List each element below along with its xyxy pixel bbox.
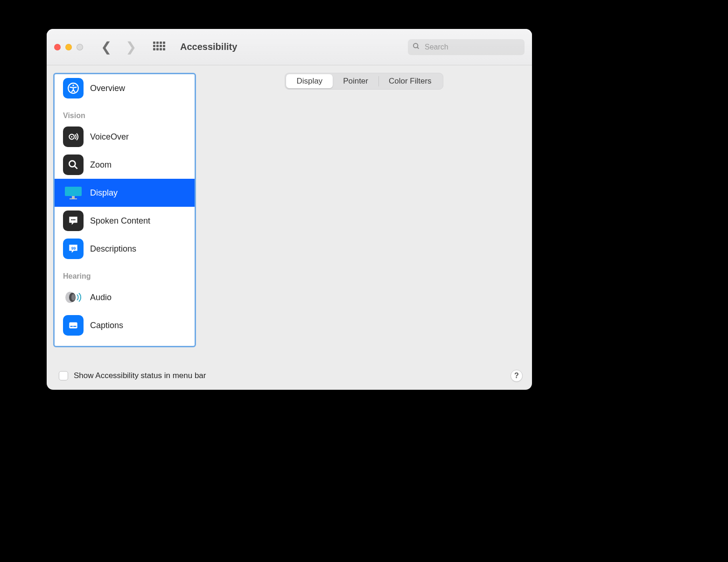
option-label: Reduce motion bbox=[234, 146, 287, 155]
svg-point-11 bbox=[71, 219, 72, 220]
checkbox-reduce-motion[interactable] bbox=[219, 146, 228, 155]
svg-point-17 bbox=[71, 294, 75, 301]
sidebar-item-label: VoiceOver bbox=[90, 132, 129, 142]
svg-rect-20 bbox=[73, 326, 77, 327]
search-input[interactable] bbox=[424, 42, 520, 52]
svg-line-7 bbox=[75, 166, 77, 169]
option-label: Show window title icons bbox=[234, 192, 318, 202]
sidebar-item-zoom[interactable]: Zoom bbox=[55, 151, 195, 179]
tab-pointer[interactable]: Pointer bbox=[333, 74, 378, 88]
menu-bar-size-select[interactable]: Default bbox=[278, 226, 385, 240]
sidebar-item-label: Display bbox=[90, 188, 118, 198]
display-icon bbox=[63, 183, 84, 203]
sidebar-item-label: Descriptions bbox=[90, 244, 136, 254]
minimize-window-button[interactable] bbox=[65, 44, 72, 50]
sidebar-item-voiceover[interactable]: VoiceOver bbox=[55, 123, 195, 151]
svg-point-3 bbox=[72, 84, 74, 86]
display-options-panel: Invert colors Classic Invert Reduce moti… bbox=[204, 84, 524, 357]
sidebar-item-label: Audio bbox=[90, 293, 112, 302]
slider-max-label: Maximum bbox=[479, 265, 509, 273]
accessibility-preferences-window: ❮ ❯ Accessibility Overview bbox=[47, 29, 532, 390]
sidebar-item-captions[interactable]: Captions bbox=[55, 311, 195, 339]
close-window-button[interactable] bbox=[54, 44, 61, 50]
slider-knob[interactable] bbox=[280, 255, 288, 264]
option-reduce-transparency[interactable]: Reduce transparency bbox=[219, 169, 509, 178]
voiceover-icon bbox=[63, 126, 84, 147]
option-label: Invert colors bbox=[234, 122, 277, 132]
sidebar-item-label: Spoken Content bbox=[90, 216, 150, 226]
window-footer: Show Accessibility status in menu bar ? bbox=[47, 362, 532, 390]
audio-icon bbox=[63, 289, 84, 305]
menu-bar-size-value: Default bbox=[283, 229, 374, 238]
svg-line-1 bbox=[417, 47, 419, 49]
sidebar-item-overview[interactable]: Overview bbox=[55, 74, 195, 102]
select-stepper-icon bbox=[374, 227, 385, 240]
option-label: Show toolbar button shapes bbox=[234, 204, 332, 213]
main-content: Display Pointer Color Filters Invert col… bbox=[204, 73, 524, 357]
option-label: Classic Invert bbox=[248, 134, 295, 143]
tab-display[interactable]: Display bbox=[286, 74, 333, 88]
slider-min-label: Normal bbox=[284, 265, 307, 273]
option-label: Reduce transparency bbox=[234, 169, 309, 178]
footer-label: Show Accessibility status in menu bar bbox=[74, 371, 206, 380]
svg-point-0 bbox=[413, 43, 418, 48]
sidebar-item-label: Overview bbox=[90, 84, 125, 93]
tab-color-filters[interactable]: Color Filters bbox=[378, 74, 442, 88]
svg-point-13 bbox=[74, 219, 76, 220]
window-title: Accessibility bbox=[180, 42, 237, 52]
captions-icon bbox=[63, 315, 84, 336]
svg-text:99: 99 bbox=[71, 246, 76, 251]
option-show-window-title-icons[interactable]: Show window title icons bbox=[219, 192, 509, 202]
svg-point-5 bbox=[71, 136, 72, 137]
window-toolbar: ❮ ❯ Accessibility bbox=[47, 29, 532, 65]
option-show-accessibility-status[interactable]: Show Accessibility status in menu bar bbox=[59, 371, 206, 380]
menu-bar-size-row: Menu bar size: Default bbox=[219, 226, 509, 240]
back-button[interactable]: ❮ bbox=[101, 41, 112, 54]
checkbox-show-accessibility-status[interactable] bbox=[59, 371, 68, 380]
option-invert-colors[interactable]: Invert colors bbox=[219, 122, 509, 132]
checkbox-classic-invert[interactable] bbox=[233, 134, 242, 143]
overview-icon bbox=[63, 78, 84, 98]
spoken-content-icon bbox=[63, 211, 84, 231]
display-contrast-row: Display contrast: Normal Maximum bbox=[219, 254, 509, 273]
svg-rect-18 bbox=[69, 323, 77, 329]
checkbox-reduce-transparency[interactable] bbox=[219, 169, 228, 178]
option-classic-invert[interactable]: Classic Invert bbox=[233, 134, 509, 143]
menu-bar-size-label: Menu bar size: bbox=[219, 229, 271, 238]
checkbox-differentiate-without-color[interactable] bbox=[219, 181, 228, 190]
checkbox-show-toolbar-button-shapes[interactable] bbox=[219, 204, 228, 213]
descriptions-icon: 99 bbox=[63, 239, 84, 259]
option-show-toolbar-button-shapes[interactable]: Show toolbar button shapes bbox=[219, 204, 509, 213]
nav-arrows: ❮ ❯ bbox=[101, 41, 136, 54]
sidebar-item-display[interactable]: Display bbox=[55, 179, 195, 207]
checkbox-show-window-title-icons[interactable] bbox=[219, 192, 228, 202]
svg-point-12 bbox=[73, 219, 74, 220]
option-reduce-motion[interactable]: Reduce motion bbox=[219, 146, 509, 155]
svg-rect-9 bbox=[72, 196, 75, 198]
sidebar-section-vision: Vision bbox=[55, 102, 195, 123]
search-icon bbox=[413, 42, 420, 52]
sidebar-item-descriptions[interactable]: 99 Descriptions bbox=[55, 235, 195, 263]
display-contrast-slider[interactable]: Normal Maximum bbox=[284, 254, 509, 273]
sidebar-item-audio[interactable]: Audio bbox=[55, 283, 195, 311]
sidebar-item-spoken-content[interactable]: Spoken Content bbox=[55, 207, 195, 235]
option-increase-contrast[interactable]: Increase contrast bbox=[219, 157, 509, 167]
option-differentiate-without-color[interactable]: Differentiate without color bbox=[219, 181, 509, 190]
search-field[interactable] bbox=[408, 39, 525, 55]
svg-rect-8 bbox=[65, 187, 82, 196]
option-label: Differentiate without color bbox=[234, 181, 323, 190]
sidebar-item-label: Zoom bbox=[90, 160, 112, 170]
accessibility-sidebar[interactable]: Overview Vision VoiceOver Zoom bbox=[53, 73, 196, 347]
svg-rect-19 bbox=[70, 326, 73, 327]
svg-point-6 bbox=[69, 161, 75, 167]
option-label: Increase contrast bbox=[234, 157, 294, 167]
zoom-window-button-disabled bbox=[77, 44, 83, 50]
checkbox-increase-contrast[interactable] bbox=[219, 157, 228, 167]
svg-rect-10 bbox=[70, 198, 77, 199]
sidebar-item-label: Captions bbox=[90, 321, 123, 330]
help-button[interactable]: ? bbox=[511, 370, 523, 382]
sidebar-section-hearing: Hearing bbox=[55, 263, 195, 283]
forward-button-disabled: ❯ bbox=[126, 41, 136, 54]
checkbox-invert-colors[interactable] bbox=[219, 122, 228, 132]
show-all-prefs-button[interactable] bbox=[153, 42, 164, 53]
